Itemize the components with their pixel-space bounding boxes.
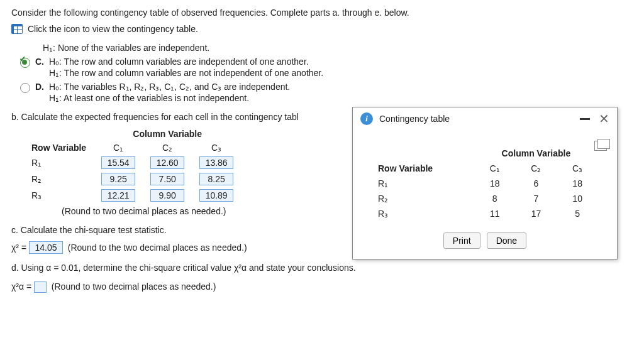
popup-row-r1: R₁ — [372, 176, 474, 191]
done-button[interactable]: Done — [487, 232, 526, 249]
expected-r2c2-input[interactable]: 7.50 — [150, 173, 184, 185]
popup-title-text: Contingency table — [379, 114, 450, 124]
option-d-radio[interactable] — [20, 83, 30, 93]
expected-r2c1-input[interactable]: 9.25 — [101, 173, 135, 185]
popup-row-r2: R₂ — [372, 191, 474, 206]
expected-col-c1: C₁ — [94, 141, 143, 155]
option-c-label: C. — [35, 57, 44, 67]
partial-h1-text: H₁: None of the variables are independen… — [43, 43, 633, 53]
expected-col-c2: C₂ — [143, 141, 192, 155]
part-d-prompt: d. Using α = 0.01, determine the chi-squ… — [11, 263, 633, 273]
expected-r2c3-input[interactable]: 8.25 — [199, 173, 233, 185]
popup-r2c3: 10 — [557, 191, 598, 206]
popup-col-c3: C₃ — [557, 161, 598, 176]
part-d-round-note: (Round to two decimal places as needed.) — [52, 281, 216, 292]
option-d-h0: H₀: The variables R₁, R₂, R₃, C₁, C₂, an… — [49, 82, 290, 92]
popup-r1c3: 18 — [557, 176, 598, 191]
popup-r2c1: 8 — [474, 191, 516, 206]
popup-row-header: Row Variable — [372, 161, 474, 176]
popup-row-r3: R₃ — [372, 206, 474, 221]
chi-square-value-input[interactable]: 14.05 — [29, 241, 63, 254]
observed-frequencies-table: Column Variable Row Variable C₁ C₂ C₃ R₁… — [372, 146, 598, 221]
info-icon: i — [360, 112, 373, 125]
option-c-h0: H₀: The row and column variables are ind… — [49, 57, 309, 67]
expected-row-r2: R₂ — [24, 171, 94, 187]
expected-r1c1-input[interactable]: 15.54 — [101, 156, 135, 169]
chi-square-critical-label: χ²α = — [11, 281, 31, 292]
expected-r3c2-input[interactable]: 9.90 — [150, 189, 184, 202]
popup-col-c1: C₁ — [474, 161, 516, 176]
popup-r1c1: 18 — [474, 176, 516, 191]
copy-icon[interactable] — [594, 141, 607, 151]
option-c-radio[interactable] — [20, 58, 30, 68]
popup-col-c2: C₂ — [516, 161, 557, 176]
expected-r3c3-input[interactable]: 10.89 — [199, 189, 233, 202]
contingency-table-popup: i Contingency table ✕ Column Variable Ro… — [352, 107, 618, 259]
close-icon[interactable]: ✕ — [599, 112, 609, 125]
part-c-round-note: (Round to the two decimal places as need… — [68, 243, 247, 253]
expected-row-r1: R₁ — [24, 155, 94, 171]
expected-frequencies-table: Column Variable Row Variable C₁ C₂ C₃ R₁… — [24, 127, 241, 204]
expected-row-r3: R₃ — [24, 187, 94, 204]
print-button[interactable]: Print — [443, 232, 480, 249]
option-d-h1: H₁: At least one of the variables is not… — [49, 93, 290, 103]
expected-r3c1-input[interactable]: 12.21 — [101, 189, 135, 202]
icon-link-text[interactable]: Click the icon to view the contingency t… — [28, 24, 198, 34]
popup-r2c2: 7 — [516, 191, 557, 206]
intro-text: Consider the following contingency table… — [11, 8, 633, 18]
popup-col-header: Column Variable — [474, 146, 598, 161]
chi-square-critical-input[interactable] — [34, 281, 47, 293]
minimize-icon[interactable] — [580, 118, 590, 120]
contingency-table-icon[interactable] — [11, 24, 23, 34]
expected-col-header: Column Variable — [94, 127, 241, 141]
popup-r3c1: 11 — [474, 206, 516, 221]
option-d-label: D. — [35, 82, 44, 92]
expected-col-c3: C₃ — [192, 141, 241, 155]
expected-r1c2-input[interactable]: 12.60 — [150, 156, 184, 169]
popup-r3c3: 5 — [557, 206, 598, 221]
option-c-h1: H₁: The row and column variables are not… — [49, 68, 323, 78]
expected-row-header: Row Variable — [24, 141, 94, 155]
popup-r1c2: 6 — [516, 176, 557, 191]
expected-r1c3-input[interactable]: 13.86 — [199, 156, 233, 169]
popup-r3c2: 17 — [516, 206, 557, 221]
chi-square-stat-label: χ² = — [11, 243, 26, 253]
